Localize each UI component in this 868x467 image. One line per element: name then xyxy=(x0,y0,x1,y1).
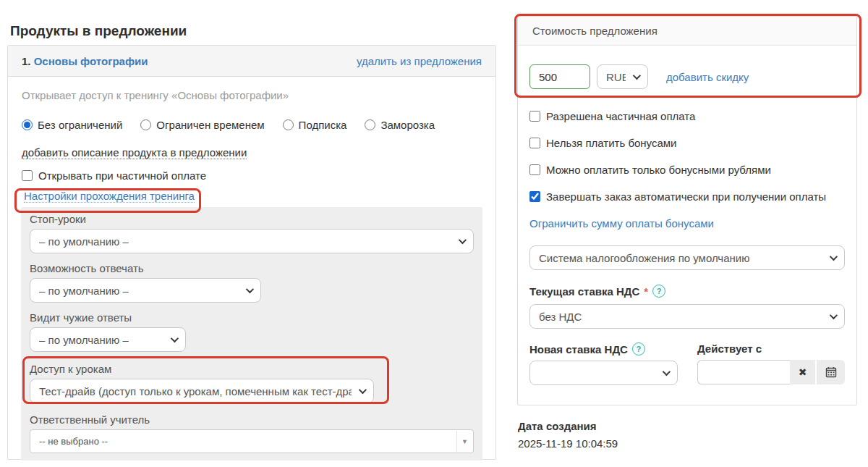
chevron-down-icon xyxy=(459,236,467,244)
radio-subscription[interactable]: Подписка xyxy=(283,119,347,131)
checkbox-label: Нельзя платить бонусами xyxy=(546,137,676,149)
chevron-down-icon xyxy=(246,285,254,293)
stop-lessons-label: Стоп-уроки xyxy=(30,213,474,225)
help-icon[interactable]: ? xyxy=(652,285,665,298)
creation-date-block: Дата создания 2025-11-19 10:04:59 xyxy=(518,420,618,450)
auto-complete-order-checkbox[interactable] xyxy=(529,191,540,202)
add-discount-link[interactable]: добавить скидку xyxy=(666,71,749,83)
chevron-down-icon xyxy=(830,311,838,319)
offer-settings-page: Продукты в предложении 1. Основы фотогра… xyxy=(0,0,868,467)
page-title: Продукты в предложении xyxy=(10,23,187,39)
radio-label: Ограничен временем xyxy=(156,119,264,131)
payment-options: Разрешена частичная оплата Нельзя платит… xyxy=(529,110,845,203)
price-row: RUB добавить скидку xyxy=(529,64,845,89)
help-icon[interactable]: ? xyxy=(632,342,645,355)
bonus-only-payment-row[interactable]: Можно оплатить только бонусными рублями xyxy=(529,164,845,176)
limit-bonus-link[interactable]: Ограничить сумму оплаты бонусами xyxy=(529,217,714,230)
product-description: Открывает доступ к тренингу «Основы фото… xyxy=(22,89,482,101)
new-vat-column: Новая ставка НДС ? xyxy=(529,342,678,385)
calendar-button[interactable] xyxy=(817,360,845,384)
radio-label: Без ограничений xyxy=(38,119,122,131)
radio-no-limits-input[interactable] xyxy=(22,119,33,130)
remove-from-offer-link[interactable]: удалить из предложения xyxy=(357,55,482,67)
checkbox-label: Можно оплатить только бонусными рублями xyxy=(546,164,771,176)
creation-date-label: Дата создания xyxy=(518,420,618,432)
new-vat-select[interactable] xyxy=(529,361,678,385)
currency-select[interactable]: RUB xyxy=(597,64,648,89)
can-answer-select[interactable]: – по умолчанию – xyxy=(30,278,261,303)
radio-label: Подписка xyxy=(299,119,347,131)
effective-from-group: ✖ xyxy=(697,360,845,384)
effective-from-column: Действует с ✖ xyxy=(697,342,845,385)
radio-label: Заморозка xyxy=(380,119,435,131)
partial-payment-checkbox[interactable] xyxy=(529,111,540,122)
radio-subscription-input[interactable] xyxy=(283,119,294,130)
product-title: 1. Основы фотографии xyxy=(22,55,148,67)
stop-lessons-select[interactable]: – по умолчанию – xyxy=(30,229,474,253)
offer-price-header: Стоимость предложения xyxy=(518,17,856,46)
responsible-teacher-label: Ответственный учитель xyxy=(30,413,474,426)
select2-arrow-icon: ▼ xyxy=(456,431,472,452)
chevron-down-icon xyxy=(633,72,641,80)
limit-bonus-row: Ограничить сумму оплаты бонусами xyxy=(529,217,845,230)
new-vat-label: Новая ставка НДС ? xyxy=(529,342,678,355)
product-index: 1. xyxy=(22,55,31,67)
chevron-down-icon xyxy=(171,335,179,342)
open-on-partial-payment-checkbox[interactable] xyxy=(22,170,33,181)
no-bonus-payment-row[interactable]: Нельзя платить бонусами xyxy=(529,137,845,149)
checkbox-label: Открывать при частичной оплате xyxy=(38,169,206,182)
training-settings-link-row: Настройки прохождения тренинга xyxy=(22,190,482,202)
checkbox-label: Завершать заказ автоматически при получе… xyxy=(546,190,826,203)
radio-freeze[interactable]: Заморозка xyxy=(365,119,435,131)
creation-date-value: 2025-11-19 10:04:59 xyxy=(518,437,618,450)
lesson-access-select[interactable]: Тест-драйв (доступ только к урокам, поме… xyxy=(30,379,374,403)
bonus-only-payment-checkbox[interactable] xyxy=(529,164,540,175)
required-asterisk: * xyxy=(644,285,648,298)
effective-from-label: Действует с xyxy=(697,342,845,355)
product-panel-body: Открывает доступ к тренингу «Основы фото… xyxy=(8,77,495,460)
sees-others-answers-select[interactable]: – по умолчанию – xyxy=(30,327,186,352)
no-bonus-payment-checkbox[interactable] xyxy=(529,138,540,148)
new-vat-row: Новая ставка НДС ? Действует с ✖ xyxy=(529,342,845,385)
checkbox-label: Разрешена частичная оплата xyxy=(546,110,695,122)
auto-complete-order-row[interactable]: Завершать заказ автоматически при получе… xyxy=(529,190,845,203)
open-on-partial-payment-row[interactable]: Открывать при частичной оплате xyxy=(22,169,482,182)
add-description-row: добавить описание продукта в предложении xyxy=(22,146,482,159)
training-settings-panel: Стоп-уроки – по умолчанию – Возможность … xyxy=(21,207,482,460)
product-panel-header: 1. Основы фотографии удалить из предложе… xyxy=(8,46,495,77)
chevron-down-icon xyxy=(663,368,671,376)
clear-icon: ✖ xyxy=(799,366,807,378)
add-product-description-link[interactable]: добавить описание продукта в предложении xyxy=(22,146,247,159)
price-input[interactable] xyxy=(529,64,590,89)
radio-time-limited[interactable]: Ограничен временем xyxy=(140,119,264,131)
offer-price-title: Стоимость предложения xyxy=(532,25,658,37)
clear-date-button[interactable]: ✖ xyxy=(790,360,815,384)
radio-freeze-input[interactable] xyxy=(365,119,375,130)
chevron-down-icon xyxy=(830,253,838,261)
current-vat-label: Текущая ставка НДС * ? xyxy=(529,285,845,298)
calendar-icon xyxy=(825,366,837,378)
chevron-down-icon xyxy=(359,386,367,394)
offer-price-body: RUB добавить скидку Разрешена частичная … xyxy=(518,46,856,385)
sees-others-answers-label: Видит чужие ответы xyxy=(30,311,474,324)
tax-system-select[interactable]: Система налогообложения по умолчанию xyxy=(529,245,845,270)
partial-payment-row[interactable]: Разрешена частичная оплата xyxy=(529,110,845,122)
access-type-radio-group: Без ограничений Ограничен временем Подпи… xyxy=(22,119,482,131)
lesson-access-label: Доступ к урокам xyxy=(30,363,474,375)
radio-time-limited-input[interactable] xyxy=(140,119,151,130)
current-vat-select[interactable]: без НДС xyxy=(529,304,845,329)
product-name-link[interactable]: Основы фотографии xyxy=(34,55,148,67)
effective-from-input[interactable] xyxy=(697,360,790,384)
offer-price-panel: Стоимость предложения RUB добавить скидк… xyxy=(517,16,857,405)
responsible-teacher-select[interactable]: -- не выбрано -- ▼ xyxy=(30,429,474,453)
training-settings-link[interactable]: Настройки прохождения тренинга xyxy=(24,190,195,203)
product-panel: 1. Основы фотографии удалить из предложе… xyxy=(7,45,496,460)
radio-no-limits[interactable]: Без ограничений xyxy=(22,119,122,131)
can-answer-label: Возможность отвечать xyxy=(30,262,474,274)
